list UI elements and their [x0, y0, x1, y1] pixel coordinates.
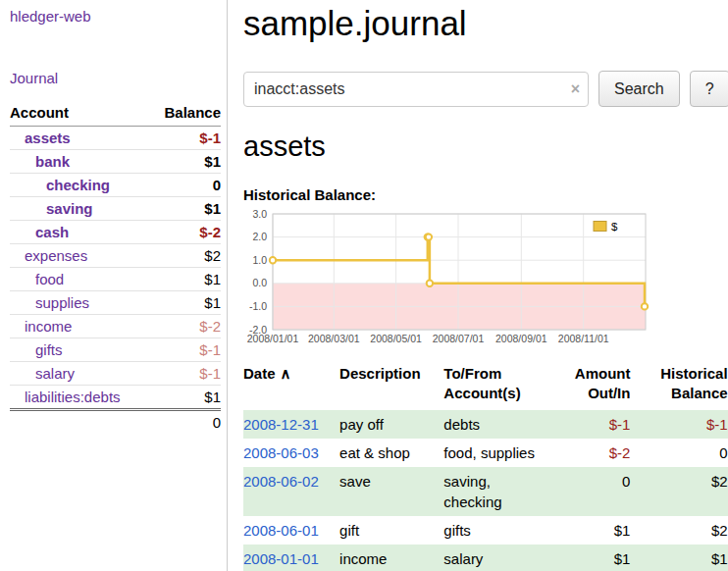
chart-title: Historical Balance:: [243, 186, 728, 203]
account-link[interactable]: supplies: [10, 291, 149, 315]
x-tick-label: 2008/01/01: [247, 333, 299, 344]
transaction-date-cell: 2008-06-01: [243, 516, 339, 545]
transaction-date-link[interactable]: 2008-01-01: [243, 550, 319, 567]
app: hledger-web Journal Account Balance asse…: [0, 0, 728, 571]
legend-label: $: [611, 221, 618, 233]
account-balance: $1: [149, 268, 221, 291]
account-balance: $-1: [149, 127, 221, 150]
accounts-header-balance: Balance: [149, 102, 221, 127]
account-row: income$-2: [10, 315, 221, 338]
account-link[interactable]: cash: [10, 221, 149, 244]
y-tick-label: 2.0: [252, 231, 267, 242]
transaction-date-cell: 2008-06-03: [243, 439, 339, 467]
register-table: Date∧ Description To/From Account(s) Amo…: [243, 362, 728, 571]
search-bar: × Search ?: [243, 71, 728, 107]
accounts-header-row: Account Balance: [10, 102, 221, 127]
help-button[interactable]: ?: [690, 71, 728, 107]
account-link[interactable]: salary: [10, 362, 149, 386]
account-link[interactable]: checking: [10, 174, 149, 197]
data-point-marker: [270, 257, 276, 263]
register-row: 2008-06-02savesaving,checking0$2: [243, 467, 728, 516]
account-link[interactable]: assets: [10, 127, 149, 150]
transaction-date-link[interactable]: 2008-06-02: [243, 473, 319, 490]
col-header-date-label: Date: [243, 365, 276, 382]
col-header-accounts: To/From Account(s): [443, 362, 549, 410]
transaction-amount: 0: [550, 467, 633, 516]
transaction-date-cell: 2008-06-02: [243, 467, 339, 516]
account-balance: $1: [149, 197, 221, 221]
accounts-header-account: Account: [10, 102, 149, 127]
x-tick-label: 2008/09/01: [495, 333, 547, 344]
transaction-date-cell: 2008-01-01: [243, 545, 339, 571]
col-header-date[interactable]: Date∧: [243, 362, 339, 410]
transaction-amount: $-1: [550, 410, 633, 439]
main-content: sample.journal × Search ? assets Histori…: [228, 0, 728, 571]
col-header-description: Description: [339, 362, 443, 410]
register-row: 2008-06-01giftgifts$1$2: [243, 516, 728, 545]
account-link[interactable]: saving: [10, 197, 149, 221]
x-tick-label: 2008/03/01: [308, 333, 360, 344]
transaction-accounts: debts: [443, 410, 549, 439]
x-tick-label: 2008/11/01: [558, 333, 609, 344]
account-link[interactable]: gifts: [10, 338, 149, 362]
transaction-date-link[interactable]: 2008-12-31: [243, 416, 319, 433]
page-title: sample.journal: [243, 4, 728, 43]
transaction-accounts: gifts: [443, 516, 549, 545]
transaction-description: income: [339, 545, 443, 571]
account-row: food$1: [10, 268, 221, 291]
account-link[interactable]: income: [10, 315, 149, 338]
nav-journal-link[interactable]: Journal: [10, 70, 58, 86]
account-link[interactable]: food: [10, 268, 149, 291]
data-point-marker: [642, 303, 648, 309]
sidebar: hledger-web Journal Account Balance asse…: [0, 0, 228, 571]
y-tick-label: -1.0: [249, 300, 267, 312]
historical-balance-chart: 3.02.01.00.0-1.0-2.02008/01/012008/03/01…: [243, 209, 650, 348]
col-header-balance: Historical Balance: [632, 362, 728, 410]
account-link[interactable]: liabilities:debts: [10, 386, 149, 410]
search-input[interactable]: [243, 72, 589, 107]
transaction-balance: 0: [632, 439, 728, 467]
account-row: saving$1: [10, 197, 221, 221]
transaction-accounts: salary: [443, 545, 549, 571]
account-balance: $-2: [149, 221, 221, 244]
transaction-balance: $-1: [632, 410, 728, 439]
account-balance: $2: [149, 244, 221, 268]
clear-search-icon[interactable]: ×: [571, 79, 580, 98]
account-heading: assets: [243, 130, 728, 163]
data-point-marker: [426, 234, 432, 239]
y-tick-label: 1.0: [252, 254, 267, 266]
transaction-description: eat & shop: [339, 439, 443, 467]
account-balance: $1: [149, 386, 221, 410]
search-button[interactable]: Search: [598, 71, 680, 107]
y-tick-label: 0.0: [252, 277, 267, 288]
register-row: 2008-06-03eat & shopfood, supplies$-20: [243, 439, 728, 467]
register-row: 2008-12-31pay offdebts$-1$-1: [243, 410, 728, 439]
transaction-description: gift: [339, 516, 443, 545]
transaction-amount: $1: [550, 516, 633, 545]
account-link[interactable]: bank: [10, 150, 149, 174]
account-row: checking0: [10, 174, 221, 197]
transaction-amount: $-2: [550, 439, 633, 467]
account-link[interactable]: expenses: [10, 244, 149, 268]
app-title-link[interactable]: hledger-web: [10, 8, 91, 25]
transaction-description: pay off: [339, 410, 443, 439]
x-tick-label: 2008/05/01: [370, 333, 422, 344]
transaction-balance: $2: [632, 467, 728, 516]
account-balance: $1: [149, 150, 221, 174]
accounts-total-row: 0: [10, 410, 221, 435]
accounts-table: Account Balance assets$-1bank$1checking0…: [10, 102, 221, 434]
account-row: cash$-2: [10, 221, 221, 244]
accounts-total-value: 0: [149, 410, 221, 435]
account-balance: $-1: [149, 338, 221, 362]
y-tick-label: 3.0: [252, 209, 267, 220]
account-balance: $-1: [149, 362, 221, 386]
transaction-balance: $2: [632, 516, 728, 545]
transaction-date-link[interactable]: 2008-06-03: [243, 444, 319, 461]
sort-ascending-icon: ∧: [281, 365, 291, 382]
register-header-row: Date∧ Description To/From Account(s) Amo…: [243, 362, 728, 410]
transaction-date-link[interactable]: 2008-06-01: [243, 522, 319, 539]
account-row: salary$-1: [10, 362, 221, 386]
account-balance: $1: [149, 291, 221, 315]
account-row: expenses$2: [10, 244, 221, 268]
transaction-balance: $1: [632, 545, 728, 571]
